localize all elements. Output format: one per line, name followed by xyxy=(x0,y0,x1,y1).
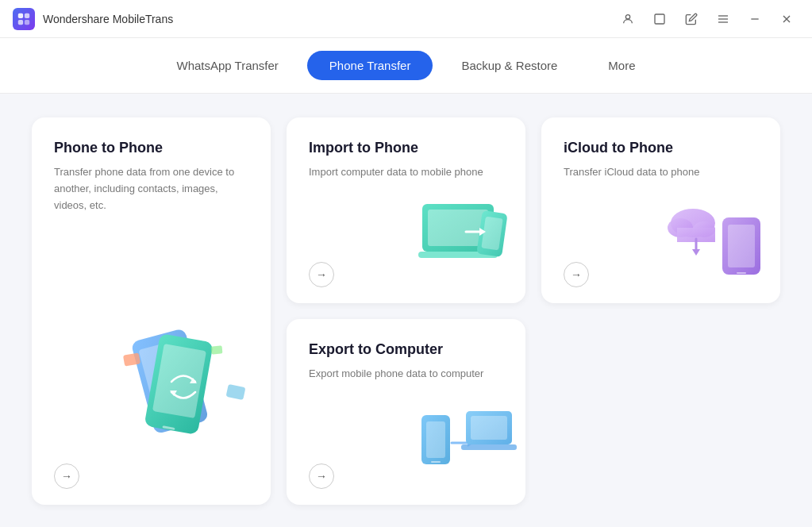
svg-marker-36 xyxy=(692,249,700,256)
svg-rect-5 xyxy=(655,14,664,24)
minimize-button[interactable] xyxy=(742,6,768,32)
close-button[interactable] xyxy=(774,6,799,32)
card-icloud-title: iCloud to Phone xyxy=(564,140,758,156)
svg-rect-2 xyxy=(18,19,23,24)
card-icloud-to-phone[interactable]: iCloud to Phone Transfer iCloud data to … xyxy=(541,117,780,303)
card-import-title: Import to Phone xyxy=(309,140,503,156)
svg-rect-3 xyxy=(25,19,29,24)
titlebar: Wondershare MobileTrans xyxy=(0,0,812,38)
svg-rect-39 xyxy=(431,461,441,463)
menu-button[interactable] xyxy=(710,6,736,32)
svg-rect-22 xyxy=(211,345,223,354)
window-button[interactable] xyxy=(647,6,672,32)
phone-to-phone-illustration xyxy=(100,306,267,465)
svg-rect-30 xyxy=(728,225,755,267)
svg-rect-21 xyxy=(226,384,246,400)
card-export-title: Export to Computer xyxy=(309,341,503,358)
tab-whatsapp[interactable]: WhatsApp Transfer xyxy=(154,51,300,80)
svg-rect-0 xyxy=(18,13,23,17)
svg-rect-1 xyxy=(25,13,29,17)
card-phone-to-phone-arrow[interactable]: → xyxy=(54,464,79,489)
app-title: Wondershare MobileTrans xyxy=(43,13,173,25)
icloud-illustration xyxy=(663,190,774,281)
tab-more[interactable]: More xyxy=(586,51,657,80)
svg-rect-42 xyxy=(471,416,507,440)
titlebar-left: Wondershare MobileTrans xyxy=(13,8,173,30)
svg-rect-43 xyxy=(461,444,517,450)
card-export-to-computer[interactable]: Export to Computer Export mobile phone d… xyxy=(287,319,525,505)
card-icloud-arrow[interactable]: → xyxy=(564,262,589,287)
titlebar-controls xyxy=(615,6,799,32)
tab-phone[interactable]: Phone Transfer xyxy=(307,51,433,80)
card-phone-to-phone-title: Phone to Phone xyxy=(54,140,248,156)
card-phone-to-phone-desc: Transfer phone data from one device to a… xyxy=(54,164,248,314)
export-illustration xyxy=(412,391,519,483)
tab-backup[interactable]: Backup & Restore xyxy=(439,51,579,80)
main-content: Phone to Phone Transfer phone data from … xyxy=(0,94,812,527)
svg-rect-38 xyxy=(426,421,445,458)
card-phone-to-phone[interactable]: Phone to Phone Transfer phone data from … xyxy=(32,117,271,505)
svg-point-4 xyxy=(625,14,629,18)
svg-rect-31 xyxy=(737,272,746,274)
edit-button[interactable] xyxy=(679,6,704,32)
card-export-arrow[interactable]: → xyxy=(309,464,334,489)
nav-bar: WhatsApp Transfer Phone Transfer Backup … xyxy=(0,38,812,94)
profile-button[interactable] xyxy=(615,6,641,32)
card-import-to-phone[interactable]: Import to Phone Import computer data to … xyxy=(287,117,525,303)
app-icon xyxy=(13,8,35,30)
card-import-arrow[interactable]: → xyxy=(309,262,334,287)
import-illustration xyxy=(414,192,518,279)
